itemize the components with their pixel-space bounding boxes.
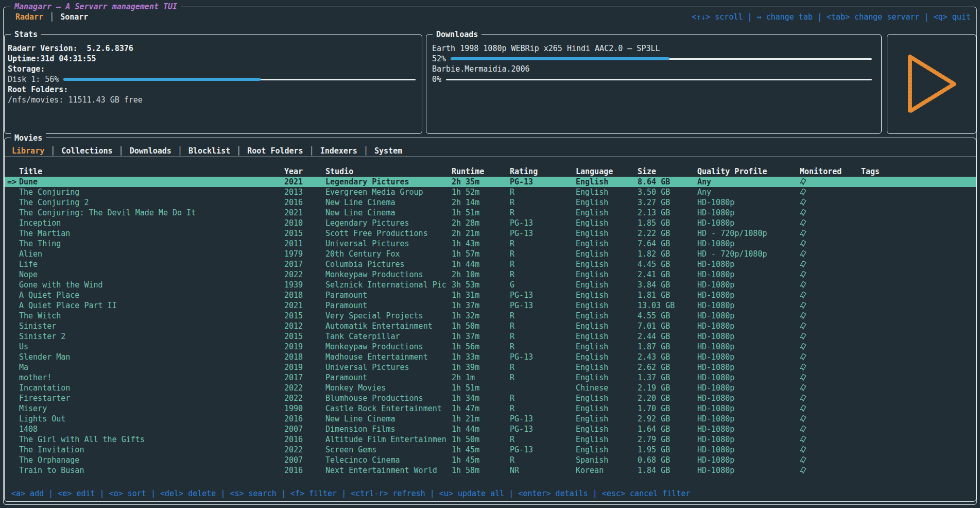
cell-monitored (800, 352, 861, 362)
download-percent: 52% (432, 54, 446, 64)
table-row[interactable]: A Quiet Place Part II2021Paramount1h 37m… (5, 300, 976, 311)
cell-quality: HD-1080p (697, 393, 800, 403)
table-row[interactable]: The Orphanage2007Telecinco Cinema1h 45mR… (5, 455, 976, 465)
cell-title: The Conjuring 2 (19, 197, 284, 208)
stats-panel: Stats Radarr Version:5.2.6.8376 Uptime:3… (4, 34, 422, 134)
download-progress-line: 52% (432, 54, 873, 64)
servarr-tab-sonarr[interactable]: Sonarr (60, 12, 88, 22)
cell-rating: R (510, 321, 576, 331)
cell-quality: HD-1080p (697, 259, 800, 269)
cell-title: A Quiet Place (19, 290, 284, 300)
bookmark-icon (800, 384, 806, 392)
cell-size: 1.87 GB (638, 342, 697, 352)
cell-runtime: 1h 47m (452, 403, 510, 414)
cell-size: 1.82 GB (638, 249, 697, 259)
cell-year: 2017 (284, 372, 325, 383)
bookmark-icon (800, 404, 806, 412)
cell-year: 2016 (284, 414, 325, 424)
table-row[interactable]: Alien197920th Century Fox1h 57mREnglish1… (5, 249, 976, 259)
cell-language: English (576, 372, 638, 383)
bookmark-icon (800, 374, 806, 381)
tab-separator: │ (364, 146, 368, 156)
cell-quality: HD-1080p (697, 197, 800, 208)
table-row[interactable]: Us2019Monkeypaw Productions1h 56mREnglis… (5, 342, 976, 352)
cell-year: 2022 (284, 269, 325, 280)
version-value: 5.2.6.8376 (87, 43, 133, 54)
table-row[interactable]: Lights Out2016New Line Cinema1h 21mPG-13… (5, 414, 976, 424)
tab-downloads[interactable]: Downloads (130, 146, 171, 156)
cell-rating: PG-13 (510, 414, 576, 424)
cell-runtime: 2h 14m (452, 197, 510, 208)
table-row[interactable]: The Witch2015Very Special Projects1h 32m… (5, 311, 976, 321)
cell-monitored (800, 362, 861, 372)
tab-system[interactable]: System (374, 146, 402, 156)
version-label: Radarr Version: (8, 43, 77, 54)
cell-runtime: 2h 1m (452, 372, 510, 383)
table-row[interactable]: =>Dune2021Legendary Pictures2h 35mPG-13E… (5, 177, 976, 187)
tab-library[interactable]: Library (12, 146, 44, 156)
tab-root-folders[interactable]: Root Folders (247, 146, 303, 156)
table-row[interactable]: The Conjuring: The Devil Made Me Do It20… (5, 208, 976, 218)
download-percent: 0% (432, 74, 441, 84)
cell-studio: Telecinco Cinema (325, 455, 452, 465)
table-row[interactable]: Misery1990Castle Rock Entertainment1h 47… (5, 403, 976, 414)
cell-monitored (800, 239, 861, 249)
cell-studio: Legendary Pictures (325, 177, 452, 187)
cell-size: 1.84 GB (638, 465, 697, 476)
table-row[interactable]: Inception2010Legendary Pictures2h 28mPG-… (5, 218, 976, 228)
movies-tab-bar: Library│Collections│Downloads│Blocklist│… (5, 138, 976, 157)
table-row[interactable]: 14082007Dimension Films1h 44mPG-13Englis… (5, 424, 976, 434)
cell-quality: Any (697, 177, 800, 187)
cell-studio: New Line Cinema (325, 414, 452, 424)
movies-panel: Movies Library│Collections│Downloads│Blo… (4, 138, 976, 502)
table-row[interactable]: Nope2022Monkeypaw Productions2h 10mREngl… (5, 269, 976, 280)
cell-quality: HD-1080p (697, 239, 800, 249)
table-row[interactable]: mother!2017Paramount2h 1mREnglish1.37 GB… (5, 372, 976, 383)
table-row[interactable]: A Quiet Place2018Paramount1h 31mPG-13Eng… (5, 290, 976, 300)
uptime-value: 31d 04:31:55 (40, 54, 96, 64)
table-row[interactable]: Gone with the Wind1939Selznick Internati… (5, 280, 976, 290)
cell-title: Nope (19, 269, 284, 280)
tab-indexers[interactable]: Indexers (320, 146, 357, 156)
cell-runtime: 2h 28m (452, 218, 510, 228)
table-row[interactable]: Sinister 22015Tank Caterpillar1h 37mREng… (5, 331, 976, 342)
cell-monitored (800, 383, 861, 393)
cell-runtime: 3h 53m (452, 280, 510, 290)
table-row[interactable]: Sinister2012Automatik Entertainment1h 50… (5, 321, 976, 331)
cell-language: English (576, 321, 638, 331)
table-row[interactable]: Incantation2022Monkey Movies1h 51mChines… (5, 383, 976, 393)
bookmark-icon (800, 188, 806, 196)
cell-studio: Monkeypaw Productions (325, 342, 452, 352)
cell-size: 3.84 GB (638, 280, 697, 290)
table-row[interactable]: The Girl with All the Gifts2016Altitude … (5, 434, 976, 445)
cell-monitored (800, 393, 861, 403)
table-row[interactable]: Slender Man2018Madhouse Entertainment1h … (5, 352, 976, 362)
table-row[interactable]: The Martian2015Scott Free Productions2h … (5, 228, 976, 239)
cell-runtime: 1h 33m (452, 352, 510, 362)
cell-title: Gone with the Wind (19, 280, 284, 290)
table-row[interactable]: Firestarter2022Blumhouse Productions1h 3… (5, 393, 976, 403)
cell-runtime: 2h 35m (452, 177, 510, 187)
downloads-panel-title: Downloads (433, 29, 482, 40)
cell-title: The Girl with All the Gifts (19, 434, 284, 445)
table-row[interactable]: Ma2019Universal Pictures1h 39mREnglish2.… (5, 362, 976, 372)
cell-studio: Castle Rock Entertainment (325, 403, 452, 414)
cell-rating: R (510, 269, 576, 280)
table-row[interactable]: The Conjuring 22016New Line Cinema2h 14m… (5, 197, 976, 208)
tab-collections[interactable]: Collections (61, 146, 112, 156)
bookmark-icon (800, 281, 806, 289)
servarr-tab-radarr[interactable]: Radarr (15, 12, 43, 22)
cell-quality: HD-1080p (697, 362, 800, 372)
cell-studio: New Line Cinema (325, 197, 452, 208)
bookmark-icon (800, 240, 806, 247)
table-row[interactable]: The Thing2011Universal Pictures1h 43mREn… (5, 239, 976, 249)
cell-year: 2007 (284, 455, 325, 465)
cell-size: 0.68 GB (638, 455, 697, 465)
table-row[interactable]: Train to Busan2016Next Entertainment Wor… (5, 465, 976, 476)
table-row[interactable]: Life2017Columbia Pictures1h 44mREnglish4… (5, 259, 976, 269)
cell-rating: R (510, 208, 576, 218)
table-row[interactable]: The Invitation2022Screen Gems1h 45mPG-13… (5, 445, 976, 455)
table-row[interactable]: The Conjuring2013Evergreen Media Group1h… (5, 187, 976, 197)
cell-runtime: 1h 58m (452, 465, 510, 476)
tab-blocklist[interactable]: Blocklist (188, 146, 230, 156)
